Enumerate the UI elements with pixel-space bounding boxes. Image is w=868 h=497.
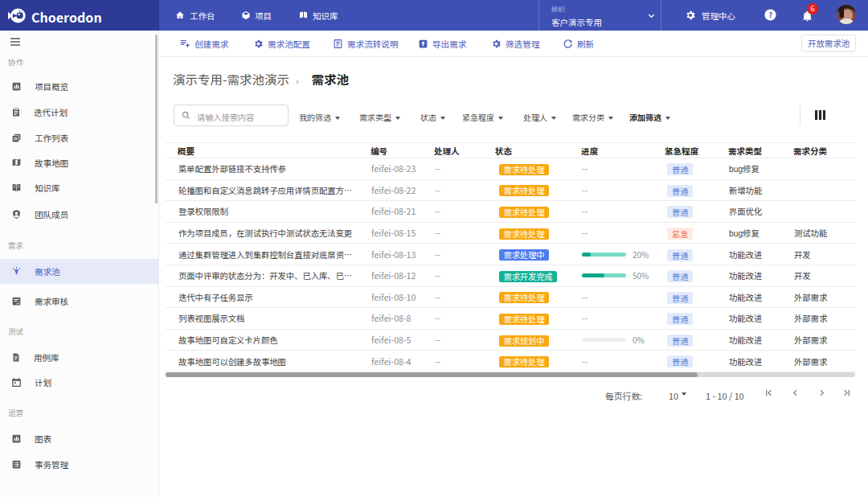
svg-text:?: ? — [768, 9, 772, 20]
